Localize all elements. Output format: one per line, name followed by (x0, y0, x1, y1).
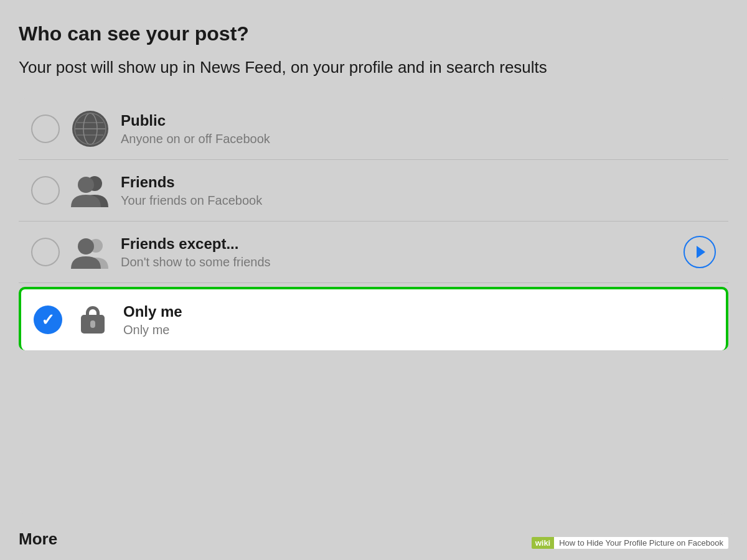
option-label-friends: Friends (121, 174, 716, 191)
friends-except-chevron-button[interactable] (684, 236, 716, 268)
option-only-me[interactable]: ✓ Only me Only me (19, 287, 728, 350)
lock-body (81, 315, 105, 334)
option-label-only-me: Only me (123, 303, 713, 320)
page-subtitle: Your post will show up in News Feed, on … (19, 57, 728, 78)
globe-icon-container (71, 110, 110, 148)
option-friends[interactable]: Friends Your friends on Facebook (19, 160, 728, 222)
option-desc-friends: Your friends on Facebook (121, 194, 716, 208)
radio-only-me-checked[interactable]: ✓ (34, 306, 62, 334)
friends-icon-container (71, 171, 110, 210)
page-title: Who can see your post? (19, 22, 728, 45)
bottom-bar: More wiki How to Hide Your Profile Pictu… (0, 515, 747, 560)
option-friends-except[interactable]: Friends except... Don't show to some fri… (19, 222, 728, 283)
option-label-public: Public (121, 112, 716, 129)
checkmark-icon: ✓ (41, 312, 55, 328)
globe-icon (72, 111, 108, 147)
lock-icon-container (73, 301, 112, 339)
radio-friends[interactable] (31, 176, 60, 205)
main-container: Who can see your post? Your post will sh… (0, 0, 747, 515)
more-label[interactable]: More (19, 530, 57, 549)
wiki-tag: wiki (532, 537, 555, 549)
friends-except-icon-container (71, 233, 110, 271)
wiki-badge: wiki How to Hide Your Profile Picture on… (532, 537, 728, 549)
radio-public[interactable] (31, 114, 60, 143)
option-text-only-me: Only me Only me (123, 303, 713, 337)
option-desc-friends-except: Don't show to some friends (121, 255, 672, 269)
friends-icon (71, 174, 110, 207)
friends-except-icon (71, 235, 110, 269)
option-public[interactable]: Public Anyone on or off Facebook (19, 98, 728, 160)
lock-keyhole (90, 320, 95, 328)
chevron-right-icon (697, 246, 705, 258)
option-text-friends-except: Friends except... Don't show to some fri… (121, 235, 672, 269)
svg-point-9 (78, 238, 94, 254)
option-label-friends-except: Friends except... (121, 235, 672, 253)
globe-svg (74, 113, 106, 145)
wiki-text: How to Hide Your Profile Picture on Face… (554, 537, 728, 549)
option-desc-only-me: Only me (123, 323, 713, 337)
option-desc-public: Anyone on or off Facebook (121, 132, 716, 146)
svg-point-7 (78, 177, 94, 193)
lock-icon (81, 306, 105, 334)
option-text-public: Public Anyone on or off Facebook (121, 112, 716, 146)
option-text-friends: Friends Your friends on Facebook (121, 174, 716, 208)
options-list: Public Anyone on or off Facebook Friends (19, 98, 728, 515)
radio-friends-except[interactable] (31, 238, 60, 266)
